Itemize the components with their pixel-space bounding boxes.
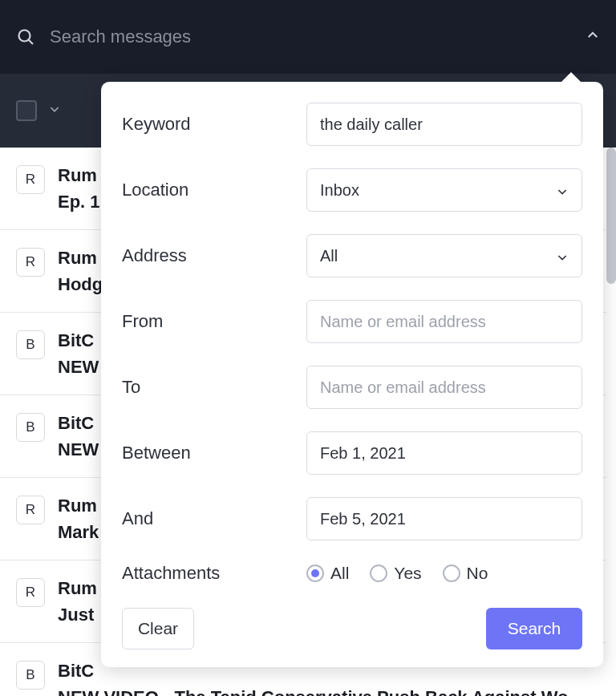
keyword-input[interactable]: the daily caller <box>306 103 582 146</box>
scrollbar[interactable] <box>606 148 616 284</box>
message-snippet: RumHodg <box>58 245 103 297</box>
row-and: And Feb 5, 2021 <box>122 497 582 540</box>
select-all-checkbox[interactable] <box>16 100 37 121</box>
attachments-radio-all[interactable]: All <box>306 564 349 583</box>
message-snippet: BitCNEW <box>58 327 99 380</box>
avatar: B <box>16 330 45 359</box>
label-and: And <box>122 508 306 529</box>
advanced-search-panel: Keyword the daily caller Location Inbox … <box>101 82 603 667</box>
radio-icon <box>370 564 387 582</box>
row-from: From Name or email address <box>122 300 582 343</box>
attachments-radio-group: All Yes No <box>306 564 488 583</box>
row-attachments: Attachments All Yes No <box>122 563 582 584</box>
select-menu-chevron[interactable] <box>48 103 61 119</box>
label-between: Between <box>122 443 306 463</box>
search-bar[interactable]: Search messages <box>0 0 616 74</box>
chevron-down-icon <box>556 184 569 196</box>
message-snippet: RumEp. 1 <box>58 162 100 215</box>
message-snippet: BitCNEW <box>58 410 99 463</box>
svg-point-0 <box>19 30 30 42</box>
panel-footer: Clear Search <box>122 608 582 649</box>
svg-line-1 <box>29 40 34 45</box>
search-placeholder: Search messages <box>50 26 586 47</box>
radio-icon <box>306 564 324 582</box>
message-snippet: RumJust <box>58 575 97 628</box>
avatar: B <box>16 413 45 442</box>
address-select[interactable]: All <box>306 234 582 277</box>
attachments-radio-yes[interactable]: Yes <box>370 564 421 583</box>
label-attachments: Attachments <box>122 563 306 584</box>
attachments-radio-no[interactable]: No <box>443 564 488 583</box>
label-from: From <box>122 311 306 332</box>
avatar: R <box>16 578 45 607</box>
to-input[interactable]: Name or email address <box>306 366 582 409</box>
between-date-input[interactable]: Feb 1, 2021 <box>306 431 582 475</box>
search-button[interactable]: Search <box>486 608 582 649</box>
label-address: Address <box>122 245 306 266</box>
chevron-down-icon <box>556 249 569 262</box>
avatar: R <box>16 165 45 194</box>
location-select[interactable]: Inbox <box>306 168 582 212</box>
avatar: R <box>16 496 45 524</box>
label-location: Location <box>122 180 306 200</box>
and-date-input[interactable]: Feb 5, 2021 <box>306 497 582 540</box>
row-keyword: Keyword the daily caller <box>122 103 582 146</box>
avatar: R <box>16 248 45 277</box>
label-to: To <box>122 377 306 398</box>
avatar: B <box>16 661 45 690</box>
from-input[interactable]: Name or email address <box>306 300 582 343</box>
clear-button[interactable]: Clear <box>122 608 194 649</box>
collapse-search-icon[interactable] <box>586 28 600 46</box>
row-to: To Name or email address <box>122 366 582 409</box>
message-snippet: RumMark <box>58 492 99 545</box>
radio-icon <box>443 564 460 582</box>
row-address: Address All <box>122 234 582 277</box>
row-location: Location Inbox <box>122 168 582 212</box>
label-keyword: Keyword <box>122 114 306 135</box>
search-icon <box>16 27 35 47</box>
row-between: Between Feb 1, 2021 <box>122 431 582 475</box>
